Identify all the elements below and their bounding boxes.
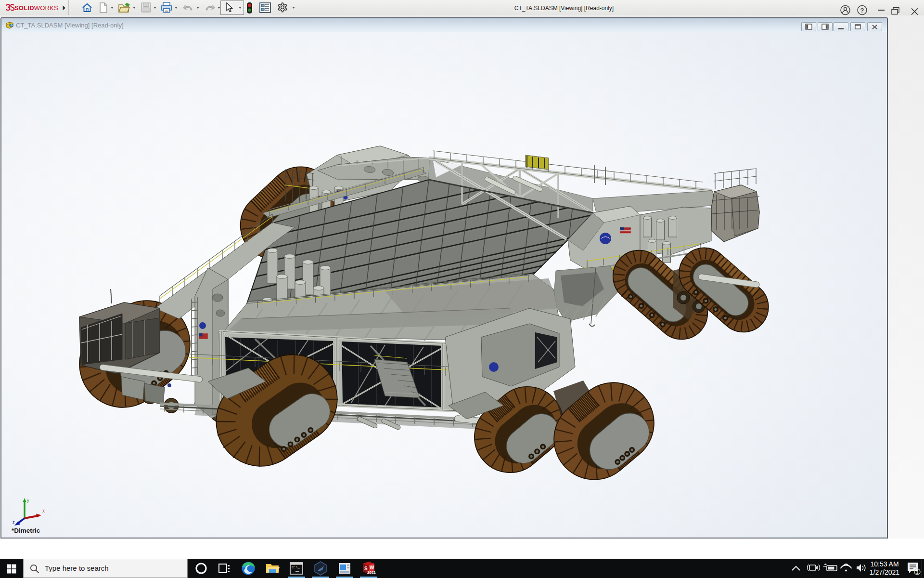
svg-text:2021: 2021: [367, 570, 376, 575]
svg-text:y: y: [27, 498, 29, 503]
svg-text:x: x: [42, 508, 45, 513]
svg-text:1: 1: [916, 570, 918, 575]
svg-text:?: ?: [860, 7, 864, 14]
svg-text:C:\_: C:\_: [292, 565, 300, 569]
svg-text:z: z: [13, 520, 15, 525]
svg-text:W: W: [370, 565, 374, 570]
